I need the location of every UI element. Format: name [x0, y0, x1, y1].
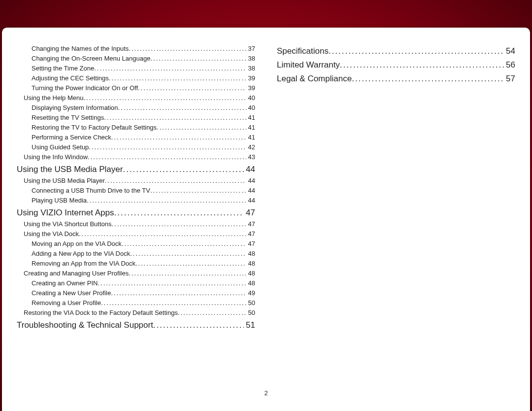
- toc-leader-dots: [129, 45, 246, 52]
- toc-entry-title: Removing a User Profile: [32, 299, 101, 307]
- toc-entry[interactable]: Restoring the TV to Factory Default Sett…: [32, 124, 255, 131]
- toc-entry-page: 44: [244, 165, 255, 174]
- toc-leader-dots: [98, 279, 246, 287]
- toc-entry-page: 48: [246, 279, 255, 287]
- toc-leader-dots: [153, 320, 244, 330]
- toc-entry[interactable]: Turning the Power Indicator On or Off39: [32, 84, 255, 92]
- toc-entry-title: Legal & Compliance: [277, 74, 352, 84]
- toc-leader-dots: [101, 299, 246, 307]
- toc-entry[interactable]: Using the VIA Shortcut Buttons47: [24, 220, 255, 228]
- toc-leader-dots: [122, 240, 246, 247]
- toc-entry-title: Displaying System Information: [32, 104, 118, 111]
- toc-entry-page: 40: [246, 94, 255, 102]
- toc-entry-page: 48: [246, 260, 255, 267]
- toc-leader-dots: [150, 55, 246, 62]
- toc-entry-page: 38: [246, 65, 255, 72]
- toc-leader-dots: [135, 260, 246, 267]
- toc-entry[interactable]: Removing an App from the VIA Dock48: [32, 260, 255, 267]
- toc-entry-page: 41: [246, 134, 255, 141]
- toc-entry-page: 50: [246, 309, 255, 316]
- toc-entry[interactable]: Displaying System Information40: [32, 104, 255, 111]
- toc-entry-page: 47: [246, 240, 255, 247]
- toc-entry-title: Changing the Names of the Inputs: [32, 45, 129, 52]
- toc-entry[interactable]: Resetting the TV Settings41: [32, 114, 255, 121]
- toc-entry[interactable]: Using the Info Window43: [24, 153, 255, 161]
- toc-entry[interactable]: Setting the Time Zone38: [32, 65, 255, 72]
- toc-entry[interactable]: Legal & Compliance57: [277, 74, 515, 84]
- toc-entry[interactable]: Performing a Service Check41: [32, 134, 255, 141]
- toc-leader-dots: [83, 94, 246, 102]
- toc-leader-dots: [112, 220, 246, 228]
- toc-entry[interactable]: Changing the Names of the Inputs37: [32, 45, 255, 52]
- toc-entry-title: Creating an Owner PIN: [32, 279, 98, 287]
- toc-leader-dots: [130, 250, 246, 257]
- toc-entry-page: 39: [246, 74, 255, 82]
- toc-entry[interactable]: Using the USB Media Player44: [17, 165, 255, 174]
- toc-entry-title: Removing an App from the VIA Dock: [32, 260, 135, 267]
- toc-leader-dots: [129, 270, 246, 277]
- toc-leader-dots: [114, 208, 244, 218]
- toc-entry-title: Creating a New User Profile: [32, 289, 111, 297]
- toc-leader-dots: [88, 153, 246, 161]
- toc-entry[interactable]: Connecting a USB Thumb Drive to the TV44: [32, 187, 255, 194]
- toc-entry-title: Changing the On-Screen Menu Language: [32, 55, 150, 62]
- toc-entry-title: Using the VIA Dock: [24, 230, 79, 238]
- toc-entry[interactable]: Adding a New App to the VIA Dock48: [32, 250, 255, 257]
- toc-entry[interactable]: Adjusting the CEC Settings39: [32, 74, 255, 82]
- toc-leader-dots: [329, 46, 504, 56]
- toc-leader-dots: [352, 74, 504, 84]
- toc-entry[interactable]: Creating a New User Profile49: [32, 289, 255, 297]
- toc-entry-title: Performing a Service Check: [32, 134, 111, 141]
- toc-entry-page: 39: [246, 84, 255, 92]
- toc-entry-page: 47: [246, 230, 255, 238]
- toc-leader-dots: [118, 104, 246, 111]
- toc-entry[interactable]: Removing a User Profile50: [32, 299, 255, 307]
- toc-entry-page: 57: [504, 74, 515, 84]
- toc-entry-title: Turning the Power Indicator On or Off: [32, 84, 138, 92]
- toc-entry[interactable]: Using the Help Menu40: [24, 94, 255, 102]
- toc-entry-page: 50: [246, 299, 255, 307]
- toc-entry-title: Creating and Managing User Profiles: [24, 270, 129, 277]
- toc-entry[interactable]: Using the VIA Dock47: [24, 230, 255, 238]
- toc-entry[interactable]: Using VIZIO Internet Apps47: [17, 208, 255, 218]
- toc-leader-dots: [111, 134, 246, 141]
- toc-leader-dots: [340, 60, 504, 70]
- toc-entry-title: Troubleshooting & Technical Support: [17, 320, 153, 330]
- toc-entry[interactable]: Restoring the VIA Dock to the Factory De…: [24, 309, 255, 316]
- toc-entry[interactable]: Troubleshooting & Technical Support51: [17, 320, 255, 330]
- toc-entry-page: 44: [246, 187, 255, 194]
- toc-entry[interactable]: Limited Warranty56: [277, 60, 515, 70]
- toc-entry-page: 38: [246, 55, 255, 62]
- toc-entry[interactable]: Using the USB Media Player44: [24, 177, 255, 184]
- toc-leader-dots: [178, 309, 246, 316]
- toc-leader-dots: [157, 124, 246, 131]
- toc-entry[interactable]: Changing the On-Screen Menu Language38: [32, 55, 255, 62]
- toc-entry-title: Connecting a USB Thumb Drive to the TV: [32, 187, 150, 194]
- toc-entry[interactable]: Creating and Managing User Profiles48: [24, 270, 255, 277]
- toc-entry-title: Moving an App on the VIA Dock: [32, 240, 122, 247]
- toc-entry-page: 44: [246, 177, 255, 184]
- toc-entry-page: 56: [504, 60, 515, 70]
- toc-entry[interactable]: Moving an App on the VIA Dock47: [32, 240, 255, 247]
- document-page: Changing the Names of the Inputs37Changi…: [2, 28, 530, 411]
- toc-entry-title: Resetting the TV Settings: [32, 114, 104, 121]
- toc-entry[interactable]: Specifications54: [277, 46, 515, 56]
- toc-entry-title: Restoring the TV to Factory Default Sett…: [32, 124, 157, 131]
- toc-entry-page: 47: [244, 208, 255, 218]
- toc-columns: Changing the Names of the Inputs37Changi…: [17, 42, 515, 387]
- toc-entry[interactable]: Playing USB Media44: [32, 197, 255, 204]
- toc-leader-dots: [104, 114, 246, 121]
- toc-leader-dots: [89, 143, 246, 151]
- toc-entry-page: 54: [504, 46, 515, 56]
- toc-leader-dots: [109, 74, 246, 82]
- toc-entry-title: Using the USB Media Player: [17, 165, 123, 174]
- toc-entry[interactable]: Using Guided Setup42: [32, 143, 255, 151]
- toc-entry-title: Restoring the VIA Dock to the Factory De…: [24, 309, 178, 316]
- toc-entry-page: 43: [246, 153, 255, 161]
- toc-entry-title: Using the VIA Shortcut Buttons: [24, 220, 112, 228]
- toc-entry[interactable]: Creating an Owner PIN48: [32, 279, 255, 287]
- toc-leader-dots: [94, 65, 246, 72]
- toc-entry-page: 37: [246, 45, 255, 52]
- toc-entry-page: 40: [246, 104, 255, 111]
- toc-entry-page: 48: [246, 250, 255, 257]
